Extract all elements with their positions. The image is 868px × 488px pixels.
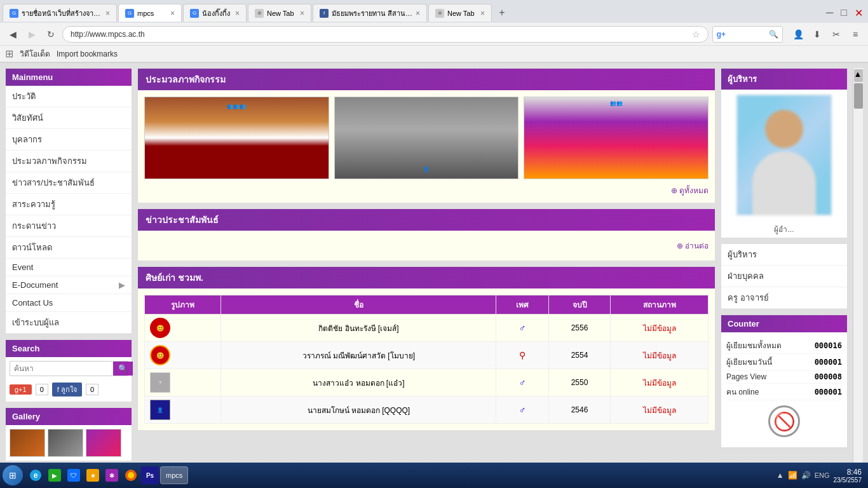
sidebar-item-knowledge[interactable]: สาระความรู้ [6,194,132,215]
alumni-body: รูปภาพ ชื่อ เพศ จบปี สถานภาพ 😊 [138,288,715,430]
address-bar[interactable]: http://www.mpcs.ac.th ☆ [62,26,709,43]
taskbar-icon-shield[interactable]: 🛡 [65,466,83,471]
sidebar-item-contactus[interactable]: Contact Us [6,294,132,312]
page-body: Mainmenu ประวัติ วิสัยทัศน์ บุคลากร ประม… [0,63,868,471]
browser-tab-3[interactable]: G น้องกิ๊งกิ้ง × [183,4,247,22]
counter-label-today: ผู้เยียมชมวันนี้ [726,356,772,368]
sidebar-item-download[interactable]: ดาวน์โหลด [6,237,132,259]
like-button[interactable]: f ลูกใจ [52,383,82,396]
gallery-thumb-1[interactable] [10,429,45,457]
gallery-thumbs [6,425,132,461]
taskbar-icon-purple[interactable]: ✱ [103,466,121,471]
sidebar-item-board[interactable]: กระดานข่าว [6,215,132,237]
download-icon[interactable]: ⬇ [810,27,825,42]
gplus-button[interactable]: g+1 [10,384,32,395]
settings-icon[interactable]: ≡ [848,27,863,42]
row4-status: ไม่มีข้อมูล [611,396,709,424]
search-icon[interactable]: 🔍 [769,30,778,39]
sidebar-item-vision[interactable]: วิสัยทัศน์ [6,107,132,129]
status-3[interactable]: ไม่มีข้อมูล [643,379,676,388]
tab-close-4[interactable]: × [300,9,304,18]
browser-tab-4[interactable]: ⊕ New Tab × [248,4,311,22]
sidebar-item-activities[interactable]: ประมวลภาพกิจกรรม [6,151,132,172]
photo-item-3[interactable]: 👥👥 [524,97,709,179]
tab-favicon-4: ⊕ [255,9,264,18]
gallery-thumb-3[interactable] [86,429,121,457]
scissors-icon[interactable]: ✂ [829,27,844,42]
taskbar-active-app[interactable]: mpcs [160,466,188,471]
browser-tab-6[interactable]: ⊕ New Tab × [428,4,492,22]
news-section: ข่าวประชาสัมพันธ์ ⊕ อ่านต่อ [137,208,715,261]
sidebar-item-history[interactable]: ประวัติ [6,86,132,107]
taskbar-icon-ps[interactable]: Ps [141,466,159,471]
browser-tab-2[interactable]: G mpcs × [118,4,182,22]
forward-button[interactable]: ▶ [24,27,39,42]
tab-close-5[interactable]: × [416,9,420,18]
sidebar-item-event[interactable]: Event [6,259,132,276]
scroll-up-button[interactable]: ▲ [854,69,863,82]
row4-name[interactable]: นายสมโกษน์ หอมดอก [QQQQ] [221,396,496,424]
person-icon[interactable]: 👤 [790,27,806,42]
status-1[interactable]: ไม่มีข้อมูล [643,324,676,333]
tray-clock[interactable]: 8:46 23/5/2557 [834,468,862,472]
scroll-thumb[interactable] [854,83,863,109]
google-search-input[interactable] [728,30,766,39]
taskbar-icon-firefox[interactable] [122,466,140,471]
counter-value-online: 000001 [815,388,842,396]
alumni-table-header-row: รูปภาพ ชื่อ เพศ จบปี สถานภาพ [145,295,709,315]
left-sidebar: Mainmenu ประวัติ วิสัยทัศน์ บุคลากร ประม… [5,68,132,466]
photo-item-2[interactable]: 👤 [334,97,519,179]
back-button[interactable]: ◀ [5,27,20,42]
apps-grid-icon[interactable]: ⊞ [5,48,13,60]
taskbar-icon-ie[interactable]: e [27,466,44,471]
google-g-icon: g+ [717,30,726,39]
new-tab-button[interactable]: + [493,4,511,22]
maximize-button[interactable]: □ [838,7,850,18]
sidebar-item-edocument[interactable]: E-Document ▶ [6,276,132,294]
sidebar-item-news[interactable]: ข่าวสาร/ประชาสัมพันธ์ [6,172,132,194]
row2-name[interactable]: วราภรณ์ มณีพัฒน์ศาสวัต [โมบาย] [221,342,496,369]
minimize-button[interactable]: ─ [824,7,836,18]
row2-year: 2554 [548,342,610,369]
taskbar-icon-green[interactable]: ▶ [46,466,64,471]
tray-arrow-icon[interactable]: ▲ [776,471,784,471]
status-4[interactable]: ไม่มีข้อมูล [643,406,676,415]
view-all-link[interactable]: ⊕ ดูทั้งหมด [144,184,709,196]
google-search-box[interactable]: g+ 🔍 [712,26,783,43]
close-button[interactable]: ✕ [852,7,865,19]
admin-link-admin[interactable]: ผู้บริหาร [721,244,847,266]
tab-close-3[interactable]: × [235,9,240,18]
browser-toolbar: ◀ ▶ ↻ http://www.mpcs.ac.th ☆ g+ 🔍 👤 ⬇ ✂… [0,23,868,46]
sidebar-item-staff[interactable]: บุคลากร [6,129,132,151]
tray-volume-icon[interactable]: 🔊 [801,471,811,471]
search-input[interactable] [10,362,113,376]
counter-section: Counter ผู้เยียมชมทั้งหมด 000016 ผู้เยีย… [721,315,848,448]
admin-link-hr[interactable]: ฝ่ายบุคคล [721,266,847,287]
scrollbar[interactable]: ▲ [853,68,863,466]
photo-item-1[interactable]: 👥👥👥 [144,97,329,179]
bookmark-import[interactable]: Import bookmarks [57,50,118,58]
tab-favicon-5: f [320,9,329,18]
svg-rect-6 [86,469,99,471]
tray-network-icon[interactable]: 📶 [788,471,797,471]
status-2[interactable]: ไม่มีข้อมูล [643,351,676,360]
tab-close-2[interactable]: × [170,9,175,18]
sidebar-item-login[interactable]: เข้าระบบผู้แล [6,312,132,334]
browser-tab-5[interactable]: f มัธยมพระรายทาน สีสานกิ๊... × [313,4,427,22]
row1-name[interactable]: กิตติชัย อินทะรังษี [เจมส์] [221,315,496,342]
tab-close-1[interactable]: × [105,9,110,18]
gallery-thumb-2[interactable] [48,429,83,457]
browser-tab-1[interactable]: G รายชื่อหน้าเว็บที่สร้างจากไม... × [3,4,117,22]
admin-photo-area [721,90,847,220]
bookmark-star-icon[interactable]: ☆ [692,29,700,39]
search-button[interactable]: 🔍 [113,362,133,376]
row3-name[interactable]: นางสาวแอ๋ว หอมดอก [แอ๋ว] [221,369,496,396]
start-button[interactable]: ⊞ [3,465,23,471]
admin-link-teachers[interactable]: ครู อาจารย์ [721,287,847,309]
page-container: Mainmenu ประวัติ วิสัยทัศน์ บุคลากร ประม… [0,63,868,471]
taskbar-icon-star[interactable]: ★ [84,466,102,471]
refresh-button[interactable]: ↻ [43,27,58,42]
read-more-link[interactable]: ⊕ อ่านต่อ [144,237,709,254]
bookmark-video[interactable]: วิดีโอเด็ด [20,48,50,60]
tab-close-6[interactable]: × [480,9,485,18]
